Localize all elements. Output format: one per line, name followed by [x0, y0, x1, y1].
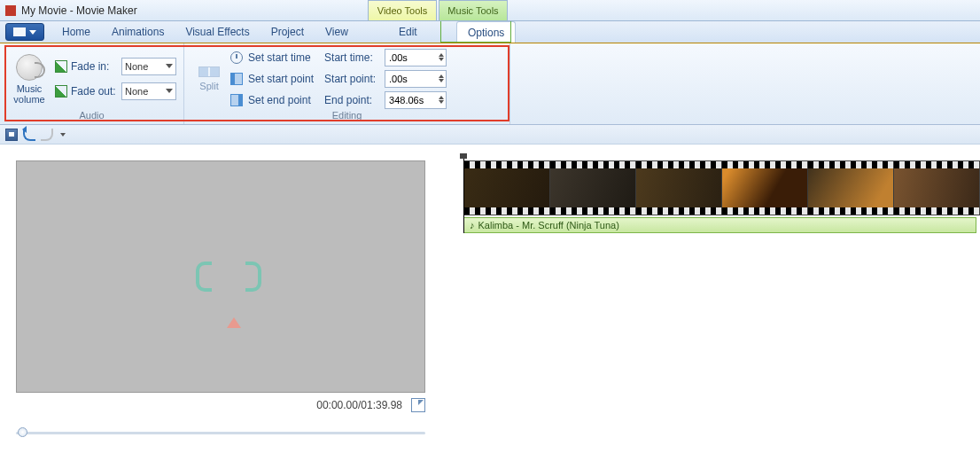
set-start-point-button[interactable]: Set start point — [230, 70, 314, 88]
chevron-down-icon — [439, 79, 444, 82]
start-point-spinner[interactable]: .00s — [385, 70, 447, 88]
tab-animations[interactable]: Animations — [101, 21, 175, 43]
start-time-value: .00s — [389, 52, 408, 63]
tab-home[interactable]: Home — [51, 21, 101, 43]
seek-thumb[interactable] — [18, 427, 27, 437]
video-clip-thumbnail[interactable] — [550, 161, 636, 215]
start-point-icon — [230, 73, 243, 85]
fade-out-value: None — [125, 86, 148, 97]
fade-in-label: Fade in: — [71, 60, 118, 73]
timeline-pane[interactable]: ♪ Kalimba - Mr. Scruff (Ninja Tuna) — [447, 145, 980, 461]
tab-visual-effects-label: Visual Effects — [185, 26, 249, 38]
fullscreen-icon[interactable] — [411, 398, 425, 412]
start-point-label: Start point: — [324, 73, 381, 85]
music-note-icon: ♪ — [470, 220, 475, 230]
set-start-time-button[interactable]: Set start time — [230, 49, 314, 66]
seek-track — [16, 432, 425, 434]
chevron-up-icon — [439, 74, 444, 78]
split-label: Split — [199, 81, 218, 91]
tab-options[interactable]: Options — [456, 21, 516, 43]
speaker-icon — [16, 54, 43, 81]
video-clip-thumbnail[interactable] — [808, 161, 894, 215]
save-icon[interactable] — [5, 129, 18, 141]
tab-options-label: Options — [468, 27, 504, 39]
set-start-time-label: Set start time — [248, 51, 311, 64]
fade-in-value: None — [125, 61, 148, 72]
ribbon-group-audio-title: Audio — [7, 110, 176, 122]
ribbon: Music volume Fade in: None Fade out: Non… — [0, 43, 980, 125]
contextual-tab-music-label: Music Tools — [447, 5, 498, 16]
set-end-point-label: Set end point — [248, 94, 311, 106]
video-clip-thumbnail[interactable] — [464, 161, 550, 215]
music-volume-label: Music volume — [13, 83, 44, 105]
ribbon-tab-row: Home Animations Visual Effects Project V… — [0, 21, 980, 43]
video-clip-thumbnail[interactable] — [722, 161, 808, 215]
ribbon-group-editing-title: Editing — [191, 110, 502, 122]
chevron-down-icon — [166, 64, 173, 68]
start-time-label: Start time: — [324, 51, 381, 64]
contextual-tab-group: Video Tools Music Tools — [368, 0, 509, 21]
audio-track-label: Kalimba - Mr. Scruff (Ninja Tuna) — [478, 220, 619, 230]
preview-monitor[interactable] — [16, 160, 425, 393]
file-menu-button[interactable] — [5, 23, 44, 41]
clock-icon — [230, 51, 243, 64]
app-icon — [5, 5, 16, 16]
tab-edit[interactable]: Edit — [388, 21, 428, 43]
audio-track-clip[interactable]: ♪ Kalimba - Mr. Scruff (Ninja Tuna) — [463, 217, 976, 233]
chevron-down-icon — [439, 100, 444, 104]
tab-animations-label: Animations — [112, 26, 164, 38]
chevron-down-icon — [29, 30, 36, 35]
tab-view-label: View — [325, 26, 348, 38]
file-menu-icon — [13, 27, 26, 36]
title-bar: My Movie - Movie Maker Video Tools Music… — [0, 0, 980, 21]
chevron-down-icon — [439, 58, 444, 61]
fade-in-combobox[interactable]: None — [121, 58, 176, 75]
set-end-point-button[interactable]: Set end point — [230, 91, 314, 109]
tab-view[interactable]: View — [315, 21, 359, 43]
end-point-spinner[interactable]: 348.06s — [385, 91, 447, 109]
error-triangle-icon — [227, 317, 241, 328]
end-point-label: End point: — [324, 94, 381, 106]
seek-slider[interactable] — [16, 426, 425, 439]
video-clip-thumbnail[interactable] — [636, 161, 722, 215]
end-point-value: 348.06s — [389, 95, 424, 105]
ribbon-group-editing: Split Set start time Set start point Set… — [184, 43, 510, 124]
tab-home-label: Home — [62, 26, 90, 38]
set-start-point-label: Set start point — [248, 73, 314, 85]
tab-edit-label: Edit — [399, 26, 417, 38]
split-button[interactable]: Split — [191, 66, 227, 91]
tab-project-label: Project — [271, 26, 304, 38]
start-point-value: .00s — [389, 74, 408, 84]
chevron-up-icon — [439, 53, 444, 57]
end-point-icon — [230, 94, 243, 106]
window-title: My Movie - Movie Maker — [21, 4, 137, 17]
fade-in-icon — [55, 60, 67, 73]
video-filmstrip[interactable] — [463, 160, 980, 215]
split-icon — [198, 66, 220, 77]
fade-out-icon — [55, 85, 67, 98]
chevron-down-icon — [166, 89, 173, 93]
tab-project[interactable]: Project — [261, 21, 315, 43]
contextual-tab-music-tools[interactable]: Music Tools — [439, 0, 508, 20]
video-clip-thumbnail[interactable] — [894, 161, 979, 215]
fade-out-label: Fade out: — [71, 85, 118, 98]
music-volume-button[interactable]: Music volume — [7, 52, 51, 105]
qat-customize-chevron-down-icon[interactable] — [60, 133, 66, 137]
chevron-up-icon — [439, 96, 444, 99]
redo-icon[interactable] — [41, 129, 53, 141]
ribbon-group-audio: Music volume Fade in: None Fade out: Non… — [0, 43, 184, 124]
start-time-spinner[interactable]: .00s — [385, 49, 447, 66]
contextual-tab-video-tools[interactable]: Video Tools — [368, 0, 437, 20]
main-content: 00:00.00/01:39.98 ♪ Kalimba - Mr. Scruff… — [0, 145, 980, 461]
tab-visual-effects[interactable]: Visual Effects — [175, 21, 260, 43]
loading-spinner-icon — [196, 262, 212, 292]
fade-out-combobox[interactable]: None — [121, 82, 176, 100]
playback-time-display: 00:00.00/01:39.98 — [316, 399, 402, 411]
preview-pane: 00:00.00/01:39.98 — [0, 145, 447, 461]
contextual-tab-video-label: Video Tools — [377, 5, 427, 16]
undo-icon[interactable] — [23, 129, 35, 141]
quick-access-toolbar — [0, 125, 980, 145]
loading-spinner-icon — [245, 262, 261, 292]
